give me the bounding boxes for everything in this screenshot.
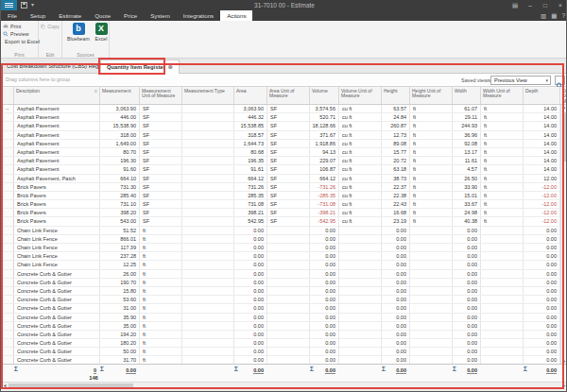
cell[interactable]: ft [140,348,182,355]
cell[interactable] [481,356,524,364]
cell[interactable]: 0.00 [382,314,410,321]
cell[interactable]: ft [410,113,453,121]
column-header-9[interactable]: Height Unit of Measure [410,87,453,104]
cell[interactable]: 318.57 [234,131,267,139]
cell[interactable] [481,235,524,243]
cell[interactable]: 664.12 [310,175,339,182]
cell[interactable]: SF [267,183,310,191]
grid-row[interactable]: Asphalt Pavement196.30SF196.35SF229.07cu… [1,157,566,165]
cell[interactable]: ft [140,287,182,295]
cell[interactable] [339,244,382,251]
cell[interactable]: SF [267,165,310,173]
cell[interactable]: 285.35 [234,192,267,199]
cell[interactable]: 0.00 [382,270,410,278]
cell[interactable] [267,304,310,312]
cell[interactable]: 0.00 [453,304,481,312]
tab-quantity-item-register[interactable]: Quantity Item Register⊗ [100,60,180,74]
cell[interactable]: 0.00 [310,279,339,286]
cell[interactable]: ft [481,131,524,139]
cell[interactable] [182,356,234,364]
cell[interactable]: ft [140,270,182,278]
cell[interactable]: cu ft [339,113,382,121]
cell[interactable]: 664.12 [234,175,267,182]
cell[interactable]: 0.00 [453,339,481,347]
cell[interactable]: 0.00 [382,261,410,268]
cell[interactable] [481,339,524,347]
cell[interactable] [410,348,453,355]
cell[interactable] [267,348,310,355]
cell[interactable] [182,122,234,129]
cell[interactable]: ft [481,122,524,129]
cell[interactable]: 0.00 [310,322,339,330]
cell[interactable]: ft [140,279,182,286]
scroll-left-icon[interactable]: ◄ [1,383,9,389]
cell[interactable]: Concrete Curb & Gutter [14,314,100,321]
cell[interactable]: 0.00 [453,331,481,338]
cell[interactable] [339,348,382,355]
cell[interactable]: 371.67 [310,131,339,139]
cell[interactable]: 40.38 [453,217,481,225]
cell[interactable]: 0.00 [453,322,481,330]
cell[interactable]: 0.00 [524,348,560,355]
cell[interactable]: Concrete Curb & Gutter [14,304,100,312]
cell[interactable] [182,331,234,338]
cell[interactable] [182,339,234,347]
cell[interactable] [182,192,234,199]
cell[interactable]: ft [410,122,453,129]
grid-row[interactable]: Concrete Curb & Gutter53.60ft0.000.000.0… [1,296,566,304]
cell[interactable]: 0.00 [524,304,560,312]
cell[interactable]: ft [481,157,524,164]
cell[interactable]: SF [140,175,182,182]
cell[interactable] [182,235,234,243]
cell[interactable] [267,287,310,295]
grid-row[interactable]: Concrete Curb & Gutter31.00ft0.000.000.0… [1,304,566,313]
cell[interactable]: Concrete Curb & Gutter [14,339,100,347]
cell[interactable]: 80.70 [100,148,140,156]
sort-filter-icon[interactable]: ≡ [94,89,97,94]
grid-row[interactable]: Chain Link Fence51.52ft0.000.000.000.000… [1,227,566,235]
cell[interactable] [339,270,382,278]
column-header-13[interactable]: Depth Unit of Meas... [560,87,566,104]
menu-tab-quote[interactable]: Quote [88,10,117,21]
cell[interactable]: 196.30 [100,157,140,164]
cell[interactable]: ft [410,140,453,147]
cell[interactable] [339,356,382,364]
column-header-8[interactable]: Height [382,87,410,104]
cell[interactable]: Concrete Curb & Gutter [14,270,100,278]
cell[interactable]: 15.80 [100,287,140,295]
cell[interactable]: ft [410,209,453,216]
menu-tab-file[interactable]: File [1,10,24,21]
cell[interactable]: 0.00 [524,296,560,303]
cell[interactable]: 0.00 [234,322,267,330]
cell[interactable]: 0.00 [234,296,267,303]
cell[interactable]: 11.61 [453,157,481,164]
ribbon-options-icon[interactable]: ▤ [509,0,521,10]
cell[interactable]: 15.77 [382,148,410,156]
cell[interactable] [410,279,453,286]
cell[interactable]: 15,538.85 [234,122,267,129]
cell[interactable]: -12.00 [524,192,560,199]
cell[interactable]: 731.10 [100,200,140,208]
cell[interactable]: 4.57 [453,165,481,173]
grid-row[interactable]: Concrete Curb & Gutter50.00ft0.000.000.0… [1,348,566,356]
cell[interactable]: 14.00 [524,157,560,164]
cell[interactable] [182,348,234,355]
cell[interactable]: 29.11 [453,113,481,121]
cell[interactable]: 0.00 [524,252,560,260]
cell[interactable]: SF [267,157,310,164]
grid-row[interactable]: Concrete Curb & Gutter35.90ft0.000.000.0… [1,314,566,322]
cell[interactable] [267,314,310,321]
tab-cbs-register[interactable]: Cost Breakdown Structure (CBS) Register [1,60,115,74]
cell[interactable]: cu ft [339,183,382,191]
cell[interactable]: 237.28 [100,252,140,260]
cell[interactable] [339,304,382,312]
cell[interactable]: 50.00 [100,348,140,355]
cell[interactable]: 0.00 [524,322,560,330]
cell[interactable] [267,261,310,268]
cell[interactable]: 24.98 [453,209,481,216]
cell[interactable]: 0.00 [453,235,481,243]
cell[interactable]: Asphalt Pavement [14,157,100,164]
cell[interactable]: Brick Pavers [14,183,100,191]
cell[interactable]: ft [481,165,524,173]
cell[interactable]: Concrete Curb & Gutter [14,331,100,338]
